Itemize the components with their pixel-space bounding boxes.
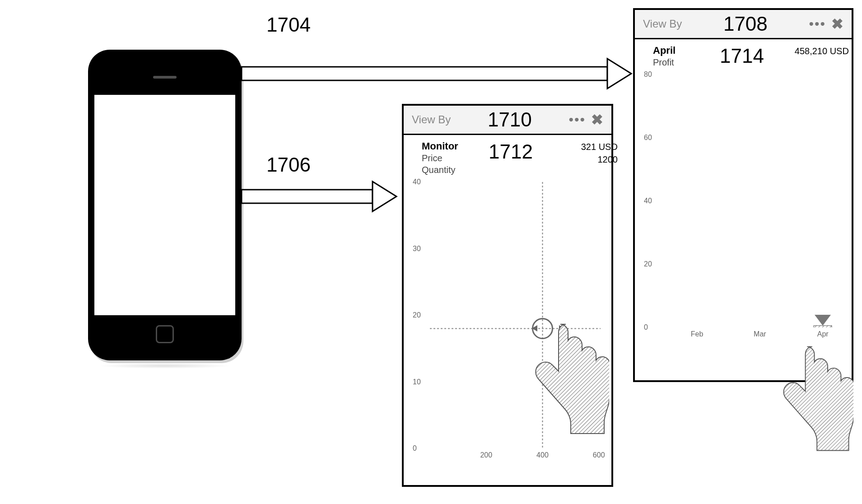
value-cell: 1200: [541, 153, 618, 166]
popup-monitor: View By 1710 ••• ✖ Monitor Price Quantit…: [402, 104, 613, 487]
x-tick: 200: [480, 451, 492, 459]
more-icon[interactable]: •••: [809, 16, 826, 32]
phone-screen[interactable]: [94, 95, 235, 315]
y-tick: 40: [644, 197, 652, 205]
phone-speaker: [153, 76, 177, 79]
viewby-label[interactable]: View By: [643, 18, 682, 30]
arrow-bottom: [242, 182, 396, 211]
y-tick: 0: [644, 323, 648, 331]
y-tick: 10: [413, 378, 421, 386]
y-tick: 0: [413, 444, 417, 453]
svg-rect-12: [814, 326, 832, 327]
popup-meta: Monitor Price Quantity 1712 321 USD 1200: [404, 135, 611, 177]
value-cell: 458,210 USD: [772, 45, 849, 57]
y-tick: 30: [413, 245, 421, 253]
svg-marker-3: [607, 59, 631, 89]
popup-ref-number: 1710: [456, 108, 563, 131]
monitor-scatter-chart[interactable]: 40 30 20 10 0 200 400 600: [430, 182, 601, 448]
y-tick: 20: [644, 260, 652, 268]
x-tick: Apr: [817, 330, 829, 338]
ref-label-top: 1704: [266, 14, 311, 36]
row-label: Quantity: [422, 164, 480, 176]
value-cell: 321 USD: [541, 140, 618, 153]
profit-bar-chart[interactable]: 80 60 40 20 0 Feb Mar Apr: [661, 75, 841, 327]
svg-rect-2: [242, 67, 607, 80]
more-icon[interactable]: •••: [568, 112, 586, 127]
svg-rect-4: [242, 190, 373, 203]
popup-titlebar: View By 1710 ••• ✖: [404, 106, 611, 135]
x-tick: 600: [593, 451, 605, 459]
svg-marker-5: [373, 182, 396, 211]
x-tick: Feb: [691, 330, 704, 338]
row-label: Profit: [653, 56, 712, 68]
popup-body-ref: 1714: [720, 45, 764, 67]
popup-profit: View By 1708 ••• ✖ April Profit 1714 458…: [633, 8, 853, 382]
popup-meta: April Profit 1714 458,210 USD: [635, 39, 852, 70]
ref-label-bottom: 1706: [266, 154, 311, 176]
svg-marker-10: [559, 325, 564, 331]
phone-home-button[interactable]: [156, 325, 174, 343]
svg-marker-11: [815, 315, 831, 326]
popup-titlebar: View By 1708 ••• ✖: [635, 10, 852, 39]
crosshair-icon: [430, 182, 601, 448]
viewby-label[interactable]: View By: [412, 113, 451, 126]
category-label: Monitor: [422, 140, 480, 152]
selection-marker-icon: [661, 75, 841, 327]
y-tick: 60: [644, 134, 652, 142]
y-tick: 40: [413, 178, 421, 186]
y-tick: 80: [644, 70, 652, 79]
arrow-top: [242, 59, 631, 89]
popup-ref-number: 1708: [687, 13, 803, 35]
row-label: Price: [422, 152, 480, 164]
popup-body-ref: 1712: [489, 140, 533, 163]
y-tick: 20: [413, 311, 421, 319]
category-label: April: [653, 45, 712, 56]
phone-device: [88, 50, 242, 360]
close-icon[interactable]: ✖: [831, 15, 843, 33]
x-tick: 400: [536, 451, 549, 459]
x-tick: Mar: [754, 330, 766, 338]
close-icon[interactable]: ✖: [591, 111, 603, 128]
